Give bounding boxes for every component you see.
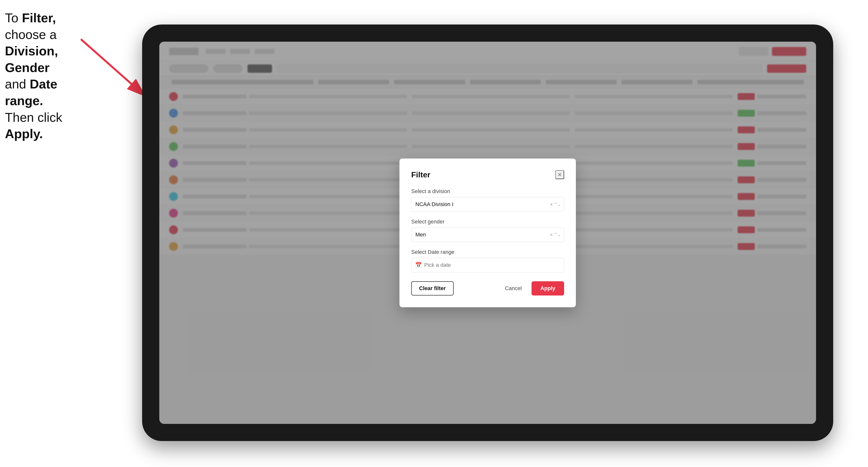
tablet-screen: Filter × Select a division NCAA Division…	[159, 42, 816, 424]
modal-title: Filter	[411, 170, 430, 179]
gender-form-group: Select gender Men Women × ⌃⌄	[411, 219, 564, 242]
modal-footer: Clear filter Cancel Apply	[411, 281, 564, 295]
modal-overlay: Filter × Select a division NCAA Division…	[159, 42, 816, 424]
division-form-group: Select a division NCAA Division I NCAA D…	[411, 188, 564, 212]
division-select-wrapper: NCAA Division I NCAA Division II NCAA Di…	[411, 197, 564, 212]
date-range-label: Select Date range	[411, 249, 564, 255]
modal-header: Filter ×	[411, 170, 564, 179]
date-input-wrapper: 📅	[411, 258, 564, 273]
apply-button[interactable]: Apply	[531, 281, 564, 295]
tablet-frame: Filter × Select a division NCAA Division…	[142, 25, 833, 441]
division-select[interactable]: NCAA Division I NCAA Division II NCAA Di…	[411, 197, 564, 212]
filter-modal: Filter × Select a division NCAA Division…	[399, 158, 576, 307]
division-label: Select a division	[411, 188, 564, 194]
gender-clear-icon[interactable]: ×	[550, 232, 553, 238]
gender-select-wrapper: Men Women × ⌃⌄	[411, 227, 564, 242]
gender-select[interactable]: Men Women	[411, 227, 564, 242]
modal-close-button[interactable]: ×	[555, 170, 564, 179]
cancel-button[interactable]: Cancel	[497, 281, 529, 295]
instruction-text: To Filter, choose a Division, Gender and…	[5, 10, 76, 142]
date-range-form-group: Select Date range 📅	[411, 249, 564, 273]
gender-label: Select gender	[411, 219, 564, 225]
footer-right-actions: Cancel Apply	[497, 281, 564, 295]
division-clear-icon[interactable]: ×	[550, 201, 553, 207]
date-range-input[interactable]	[411, 258, 564, 273]
svg-line-1	[81, 39, 145, 96]
clear-filter-button[interactable]: Clear filter	[411, 281, 454, 295]
